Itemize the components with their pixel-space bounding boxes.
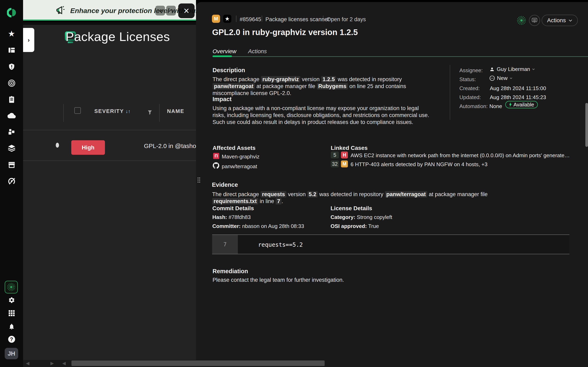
ai-assistant-button[interactable] [5, 281, 18, 293]
created-value: Aug 28th 2024 11:15:00 [490, 85, 546, 92]
storefront-icon [8, 161, 15, 168]
settings-button[interactable] [0, 294, 23, 306]
issue-id: #859645 [240, 16, 261, 23]
lightning-icon [509, 102, 512, 107]
assignee-value[interactable]: Guy Liberman [489, 66, 535, 72]
banner-chevron-down-button[interactable] [155, 6, 165, 16]
filter-funnel-icon[interactable] [148, 110, 152, 115]
star-icon: ★ [225, 16, 229, 22]
sidebar-item-threats[interactable] [0, 61, 23, 72]
linked-case-text: AWS EC2 instance with network path from … [351, 152, 571, 159]
row-divider [23, 130, 196, 130]
sidebar-item-favorites[interactable]: ★ [0, 28, 23, 39]
sidebar-item-assets[interactable] [0, 126, 23, 138]
commit-committer: Committer: nbason on Aug 28th 08:33 [212, 223, 304, 229]
sidebar-item-dashboards[interactable] [0, 44, 23, 56]
separator [323, 16, 323, 22]
remediation-heading: Remediation [213, 268, 248, 275]
tab-actions[interactable]: Actions [248, 48, 267, 55]
blocks-icon [8, 128, 15, 136]
automation-available-badge[interactable]: Available [505, 101, 538, 108]
user-avatar[interactable]: JH [5, 348, 18, 359]
affected-assets-heading: Affected Assets [213, 145, 256, 151]
sidebar-item-reports[interactable] [0, 94, 23, 105]
notifications-button[interactable] [0, 320, 23, 332]
question-mark-icon: ? [8, 336, 15, 343]
panel-collapse-button[interactable]: › [23, 28, 34, 52]
vertical-scrollbar-thumb[interactable] [585, 103, 588, 147]
starred-badge[interactable]: ★ [223, 15, 231, 23]
tab-overview[interactable]: Overview [213, 48, 236, 55]
clipboard-icon [8, 96, 15, 103]
status-label: Status: [459, 76, 476, 83]
sidebar-item-detection[interactable] [0, 77, 23, 89]
case-count-badge: 5 [331, 151, 339, 158]
severity-high-badge: H [341, 151, 348, 158]
impact-text: Using a package with a non-compliant lic… [213, 105, 431, 125]
updated-value: Aug 28th 2024 11:45:23 [490, 94, 546, 100]
sidebar-item-stacks[interactable] [0, 142, 23, 154]
help-button[interactable]: ? [0, 334, 23, 345]
description-text: The direct package ruby-graphviz version… [213, 76, 419, 97]
sidebar-item-marketplace[interactable] [0, 159, 23, 170]
left-nav-sidebar: ★ [0, 0, 23, 367]
close-icon: × [183, 6, 189, 16]
select-all-checkbox[interactable] [74, 107, 81, 114]
compass-gauge-icon [8, 177, 16, 185]
sidebar-item-cloud[interactable] [0, 110, 23, 121]
chevron-down-icon [532, 68, 535, 70]
linked-case-text: 6 HTTP-403 alerts detected by PAN NGFW o… [351, 161, 571, 167]
affected-asset[interactable]: Maven-graphviz [222, 154, 259, 160]
close-button[interactable]: × [178, 3, 195, 18]
linked-cases-heading: Linked Cases [331, 145, 368, 151]
horizontal-scrollbar-thumb[interactable] [71, 360, 325, 366]
case-count-badge: 32 [331, 160, 339, 167]
finding-name[interactable]: GPL-2.0 in @tashop/ [144, 142, 196, 150]
severity-badge[interactable]: High [71, 140, 105, 155]
star-icon: ★ [8, 30, 15, 38]
drag-handle[interactable] [197, 177, 201, 183]
severity-column-header[interactable]: SEVERITY ↓↑ [94, 108, 130, 114]
ai-spiral-icon[interactable] [517, 16, 526, 25]
column-separator [159, 104, 160, 122]
code-line-number: 7 [212, 235, 238, 254]
severity-medium-badge: M [341, 160, 348, 167]
scroll-right-icon[interactable]: ▶ [51, 361, 54, 366]
scroll-start-icon[interactable]: ◀ [62, 361, 66, 366]
commit-hash: Hash: #78fdh83 [212, 214, 251, 220]
assignee-label: Assignee: [459, 67, 483, 74]
license-details-heading: License Details [330, 205, 372, 212]
maven-icon: Π [213, 153, 219, 159]
actions-button[interactable]: Actions [542, 15, 578, 26]
panel-title: Package Licenses [66, 29, 170, 44]
name-column-header[interactable]: NAME [167, 108, 184, 114]
commit-details-heading: Commit Details [212, 205, 254, 212]
person-icon [489, 67, 495, 72]
chevron-up-icon [168, 9, 174, 12]
bell-icon [8, 323, 15, 330]
separator [262, 16, 262, 22]
issue-title: GPL2.0 in ruby-graphviz version 1.2.5 [212, 28, 358, 37]
separator [236, 16, 236, 22]
ai-spiral-icon [7, 283, 16, 292]
sidebar-item-runtime[interactable] [0, 175, 23, 187]
banner-chevron-up-button[interactable] [166, 6, 176, 16]
apps-grid-button[interactable] [0, 308, 23, 319]
automation-label: Automation: [459, 103, 488, 109]
github-icon [213, 162, 219, 169]
status-value[interactable]: New [489, 75, 512, 81]
comments-button[interactable] [529, 15, 540, 26]
description-heading: Description [213, 67, 245, 74]
grid-icon [8, 310, 15, 317]
license-category: Category: Strong copyleft [330, 214, 392, 220]
issue-age: Open for 2 days [327, 16, 366, 23]
code-snippet: 7 requests==5.2 [212, 234, 570, 254]
cloud-icon [8, 113, 16, 118]
affected-asset[interactable]: panw/terragoat [222, 163, 257, 170]
gear-icon [8, 297, 15, 304]
chevron-down-icon [510, 77, 512, 79]
column-separator [63, 104, 64, 122]
remediation-text: Please contact the legal team for furthe… [213, 276, 344, 284]
shield-alert-icon [8, 63, 15, 70]
scroll-left-icon[interactable]: ◀ [26, 361, 29, 366]
